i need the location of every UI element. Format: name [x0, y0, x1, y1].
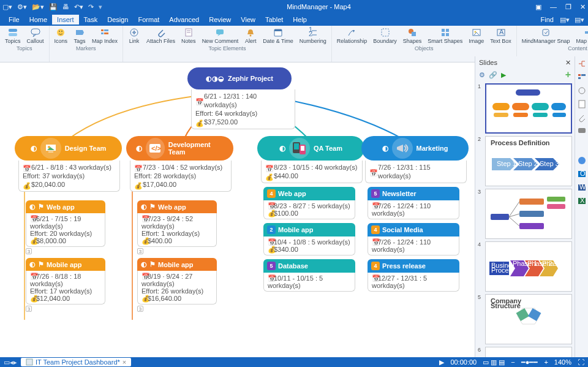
task-node[interactable]: 4Press release📅12/27 - 12/31 : 5 workday…: [368, 259, 459, 292]
close-panel-icon[interactable]: ✕: [565, 59, 571, 67]
timer-icon[interactable]: ▶: [439, 358, 444, 366]
new-comment-button[interactable]: New Comment: [200, 26, 241, 45]
task-node[interactable]: 5Database📅10/11 - 10/15 : 5 workday(s): [263, 259, 355, 292]
maximize-icon[interactable]: ❐: [565, 3, 571, 11]
qat-more-icon[interactable]: ▾: [99, 3, 102, 11]
team-dev[interactable]: ◐</>Development Team📅7/23 · 10/4 : 52 wo…: [126, 136, 235, 312]
menu-tablet[interactable]: Tablet: [260, 15, 288, 25]
task-node[interactable]: 5Newsletter📅7/26 - 12/24 : 110 workday(s…: [368, 187, 459, 219]
side-word-icon[interactable]: W: [577, 183, 587, 192]
ribbon-toggle-icon[interactable]: ▣: [535, 3, 541, 11]
side-attach-icon[interactable]: [577, 113, 587, 123]
settings-icon[interactable]: ⚙▾: [17, 3, 27, 11]
fit-icon[interactable]: ⛶: [578, 358, 584, 366]
team-qa[interactable]: ◐QA Team📅8/23 · 10/15 : 40 workday(s)💰$4…: [257, 136, 366, 292]
menu-file[interactable]: File: [4, 15, 24, 25]
relationship-button[interactable]: Relationship: [334, 26, 370, 45]
subtask-count[interactable]: 3: [137, 306, 143, 312]
open-icon[interactable]: 📂▾: [32, 3, 44, 11]
smart-shapes-button[interactable]: Smart Shapes: [425, 26, 465, 45]
alert-button[interactable]: Alert: [242, 26, 259, 45]
svg-rect-57: [533, 113, 548, 117]
menu-help[interactable]: Help: [288, 15, 312, 25]
menu-task[interactable]: Task: [79, 15, 103, 25]
tabs-icon[interactable]: ▭◂▸: [4, 358, 17, 366]
subtask-count[interactable]: 3: [26, 306, 32, 312]
slide-thumb[interactable]: 2Process DefinitionStep 1Step 2Step 3: [478, 136, 572, 186]
side-browser-icon[interactable]: [577, 156, 587, 165]
menu-home[interactable]: Home: [24, 15, 52, 25]
numbering-button[interactable]: 12Numbering: [297, 26, 329, 45]
text-box-button[interactable]: AText Box: [488, 26, 514, 45]
link-button[interactable]: Link: [126, 26, 143, 45]
menu-advanced[interactable]: Advanced: [164, 15, 204, 25]
menu-design[interactable]: Design: [102, 15, 133, 25]
tags-button[interactable]: Tags: [71, 26, 88, 45]
task-node[interactable]: ◐⚑Mobile app📅7/26 · 8/18 : 18 workday(s)…: [26, 258, 105, 312]
zoom-slider[interactable]: ━●━━: [521, 358, 538, 366]
slide-settings-icon[interactable]: ⚙: [479, 71, 485, 79]
view-icons[interactable]: ▭ ▥ ▤: [483, 358, 505, 366]
task-node[interactable]: 4Social Media📅7/26 - 12/24 : 110 workday…: [368, 223, 459, 255]
find-more-icon[interactable]: ▤▾: [560, 16, 575, 24]
timer-value: 00:00:00: [450, 358, 477, 366]
map-parts-button[interactable]: Map Parts: [573, 26, 588, 45]
tab-close-icon[interactable]: ×: [123, 358, 126, 366]
new-doc-icon[interactable]: ▢▾: [2, 3, 12, 11]
ribbon-options-icon[interactable]: ▤▾: [575, 16, 584, 24]
side-notes-icon[interactable]: [577, 99, 587, 109]
save-icon[interactable]: 💾: [49, 3, 58, 11]
minimize-icon[interactable]: —: [550, 3, 557, 10]
task-node[interactable]: ◐⚑Web app📅6/21 · 7/15 : 19 workday(s)Eff…: [26, 200, 105, 254]
menu-format[interactable]: Format: [133, 15, 164, 25]
attach-files-button[interactable]: Attach Files: [144, 26, 178, 45]
slide-thumb[interactable]: 3: [478, 189, 572, 239]
task-node[interactable]: 2Mobile app📅10/4 - 10/8 : 5 workday(s)💰$…: [263, 223, 355, 255]
slide-thumb[interactable]: 1: [478, 83, 572, 134]
redo-icon[interactable]: ↷: [88, 3, 94, 11]
side-outlook-icon[interactable]: O: [577, 169, 587, 179]
menu-review[interactable]: Review: [204, 15, 236, 25]
subtask-count[interactable]: 3: [26, 248, 32, 254]
notes-button[interactable]: Notes: [179, 26, 198, 45]
date-time-button[interactable]: Date & Time: [260, 26, 296, 45]
slide-thumb[interactable]: 6: [478, 347, 572, 357]
side-comment-icon[interactable]: [577, 126, 587, 136]
boundary-button[interactable]: Boundary: [371, 26, 399, 45]
close-icon[interactable]: ✕: [580, 3, 586, 11]
topics-button[interactable]: Topics: [2, 26, 23, 45]
side-task-icon[interactable]: [577, 86, 587, 96]
task-node[interactable]: ◐⚑Web app📅7/23 - 9/24 : 52 workday(s)Eff…: [137, 200, 217, 254]
side-map-index-icon[interactable]: [577, 72, 587, 82]
subtask-count[interactable]: 3: [137, 248, 143, 254]
slides-list[interactable]: 12Process DefinitionStep 1Step 2Step 334…: [475, 81, 575, 357]
icons-button[interactable]: Icons: [52, 26, 70, 45]
print-icon[interactable]: 🖶: [62, 3, 69, 10]
menu-view[interactable]: View: [236, 15, 260, 25]
image-button[interactable]: Image: [466, 26, 486, 45]
task-node[interactable]: 4Web app📅8/23 - 8/27 : 5 workday(s)💰$100…: [263, 187, 355, 219]
root-node[interactable]: ◐◑◒ Zephir Project 📅6/21 - 12/31 : 140 w…: [187, 67, 299, 129]
slide-sync-icon[interactable]: 🔗: [489, 71, 497, 79]
map-index-button[interactable]: Map Index: [89, 26, 120, 45]
zoom-out-icon[interactable]: −: [511, 358, 514, 366]
team-design[interactable]: ◐Design Team📅6/21 - 8/18 : 43 workday(s)…: [15, 136, 124, 312]
task-header: 5Database: [263, 259, 355, 273]
shapes-button[interactable]: Shapes: [401, 26, 424, 45]
side-branches-icon[interactable]: [577, 59, 587, 69]
side-excel-icon[interactable]: X: [577, 196, 587, 206]
snap-button[interactable]: MindManager Snap: [519, 26, 573, 45]
team-mkt[interactable]: ◐Marketing📅7/26 · 12/31 : 115 workday(s)…: [361, 136, 470, 292]
callout-button[interactable]: Callout: [24, 26, 47, 45]
canvas[interactable]: ◐◑◒ Zephir Project 📅6/21 - 12/31 : 140 w…: [0, 62, 475, 357]
document-tab[interactable]: IT Team Project Dashboard* ×: [21, 358, 131, 366]
slide-play-icon[interactable]: ▶: [501, 71, 506, 79]
task-node[interactable]: ◐⚑Mobile app📅8/19 · 9/24 : 27 workday(s)…: [137, 258, 217, 312]
add-slide-icon[interactable]: +: [565, 69, 571, 80]
menu-insert[interactable]: Insert: [52, 15, 79, 25]
zoom-in-icon[interactable]: +: [544, 358, 548, 366]
undo-icon[interactable]: ↶▾: [74, 3, 83, 11]
slide-thumb[interactable]: 5CompanyStructure: [478, 294, 572, 344]
slide-thumb[interactable]: 4BusinessProcessPhase 1Phase 2Phase 3: [478, 241, 572, 292]
find-button[interactable]: Find: [541, 16, 560, 23]
